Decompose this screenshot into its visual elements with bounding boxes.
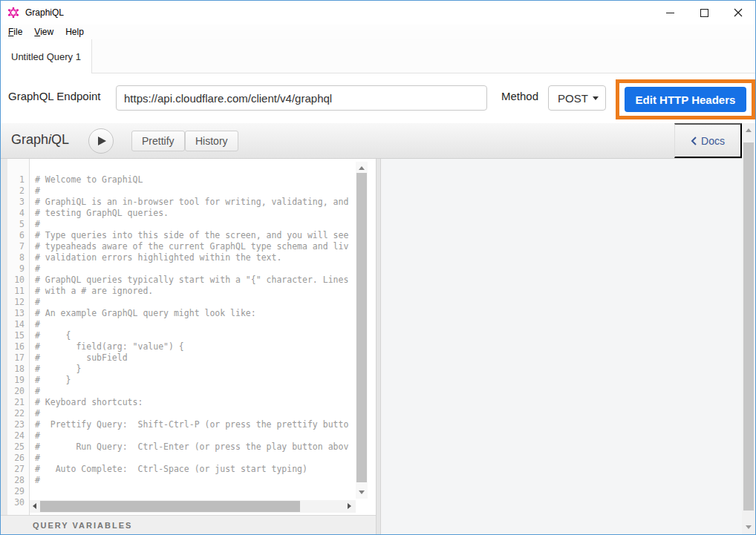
editor-line[interactable]: # <box>35 453 356 464</box>
editor-line[interactable]: # <box>35 408 356 419</box>
line-number: 2 <box>7 186 29 197</box>
pane-divider[interactable] <box>376 159 381 534</box>
line-number: 21 <box>7 397 29 408</box>
editor-line[interactable]: # <box>35 475 356 486</box>
line-number: 17 <box>7 352 29 364</box>
editor-gutter: 1234567891011121314151617181920212223242… <box>7 159 30 515</box>
editor-line[interactable]: # typeaheads aware of the current GraphQ… <box>35 241 356 252</box>
editor-line[interactable]: # subField <box>35 352 356 364</box>
editor-code[interactable]: # Welcome to GraphiQL## GraphiQL is an i… <box>30 159 356 515</box>
method-label: Method <box>501 90 538 102</box>
line-number: 20 <box>7 386 29 397</box>
editor-hscroll-thumb[interactable] <box>40 501 300 512</box>
highlight-annotation-box: Edit HTTP Headers <box>616 79 755 119</box>
line-number: 26 <box>7 453 29 464</box>
editor-left-margin <box>1 159 7 515</box>
scroll-right-icon[interactable] <box>348 503 351 509</box>
editor-line[interactable]: # GraphQL queries typically start with a… <box>35 275 356 286</box>
editor-line[interactable] <box>35 486 356 497</box>
line-number: 11 <box>7 286 29 297</box>
query-variables-bar[interactable]: QUERY VARIABLES <box>1 515 376 534</box>
editor-line[interactable]: # Welcome to GraphiQL <box>35 174 356 186</box>
title-bar: GraphiQL <box>1 1 755 24</box>
scroll-down-icon[interactable] <box>359 490 365 494</box>
editor-line[interactable]: # validation errors highlighted within t… <box>35 252 356 263</box>
editor-line[interactable]: # <box>35 219 356 230</box>
editor-horizontal-scrollbar[interactable] <box>30 500 356 513</box>
editor-line[interactable]: # Type queries into this side of the scr… <box>35 230 356 241</box>
editor-line[interactable]: # <box>35 297 356 308</box>
editor-line[interactable]: # { <box>35 330 356 341</box>
method-select[interactable]: POST <box>548 85 606 111</box>
line-number: 18 <box>7 364 29 375</box>
line-number: 14 <box>7 319 29 330</box>
tab-label: Untitled Query 1 <box>11 51 81 62</box>
caret-down-icon <box>593 96 599 100</box>
page-scroll-up-icon[interactable] <box>746 128 752 132</box>
line-number: 28 <box>7 475 29 486</box>
page-vertical-scrollbar[interactable] <box>742 123 755 534</box>
scroll-up-icon[interactable] <box>359 166 365 170</box>
scroll-left-icon[interactable] <box>33 503 36 509</box>
menu-view[interactable]: View <box>28 27 59 37</box>
line-number: 24 <box>7 430 29 442</box>
editor-line[interactable]: # field(arg: "value") { <box>35 341 356 352</box>
line-number: 22 <box>7 408 29 419</box>
editor-line[interactable]: # <box>35 386 356 397</box>
line-number: 13 <box>7 308 29 319</box>
editor-vertical-scrollbar[interactable] <box>356 162 368 499</box>
query-variables-title: QUERY VARIABLES <box>33 521 132 530</box>
edit-http-headers-button[interactable]: Edit HTTP Headers <box>625 87 746 112</box>
tab-strip: Untitled Query 1 <box>1 39 755 73</box>
line-number: 8 <box>7 252 29 263</box>
editor-line[interactable]: # testing GraphQL queries. <box>35 208 356 219</box>
panes: 1234567891011121314151617181920212223242… <box>1 159 742 534</box>
result-pane <box>381 159 742 534</box>
history-button[interactable]: History <box>185 131 238 151</box>
menu-file[interactable]: File <box>2 27 28 37</box>
menu-view-rest: iew <box>40 27 53 37</box>
prettify-button[interactable]: Prettify <box>131 131 185 151</box>
tab-untitled-query[interactable]: Untitled Query 1 <box>1 39 92 73</box>
editor-line[interactable]: # Run Query: Ctrl-Enter (or press the pl… <box>35 442 356 453</box>
docs-button[interactable]: Docs <box>674 123 742 158</box>
editor-vscroll-thumb[interactable] <box>356 173 367 482</box>
window-controls <box>653 1 755 24</box>
graphiql-toolbar: GraphiQL Prettify History Docs <box>1 123 742 159</box>
editor-line[interactable]: # } <box>35 375 356 386</box>
editor-line[interactable]: # Keyboard shortcuts: <box>35 397 356 408</box>
editor-line[interactable]: # An example GraphQL query might look li… <box>35 308 356 319</box>
window-title: GraphiQL <box>25 7 64 18</box>
page-scroll-down-icon[interactable] <box>746 525 752 529</box>
execute-query-button[interactable] <box>88 128 114 154</box>
graphiql-webview: GraphiQL Prettify History Docs 123456789… <box>1 123 755 534</box>
query-editor[interactable]: 1234567891011121314151617181920212223242… <box>1 159 376 515</box>
menu-help[interactable]: Help <box>59 27 90 37</box>
docs-label: Docs <box>701 135 725 147</box>
graphiql-wordmark: GraphiQL <box>11 132 69 148</box>
line-number: 29 <box>7 486 29 497</box>
editor-line[interactable]: # <box>35 263 356 275</box>
editor-line[interactable]: # with a # are ignored. <box>35 286 356 297</box>
line-number: 19 <box>7 375 29 386</box>
play-icon <box>98 137 106 145</box>
editor-line[interactable]: # <box>35 319 356 330</box>
menu-help-label: Help <box>65 27 84 37</box>
maximize-button[interactable] <box>687 1 721 24</box>
line-number: 3 <box>7 197 29 208</box>
editor-line[interactable]: # <box>35 430 356 442</box>
editor-line[interactable]: # GraphiQL is an in-browser tool for wri… <box>35 197 356 208</box>
line-number: 7 <box>7 241 29 252</box>
line-number: 10 <box>7 275 29 286</box>
editor-line[interactable]: # } <box>35 364 356 375</box>
editor-line[interactable]: # Auto Complete: Ctrl-Space (or just sta… <box>35 464 356 475</box>
endpoint-label: GraphQL Endpoint <box>8 90 101 102</box>
endpoint-input[interactable] <box>116 85 487 111</box>
editor-line[interactable]: # Prettify Query: Shift-Ctrl-P (or press… <box>35 419 356 430</box>
method-value: POST <box>558 92 588 105</box>
editor-line[interactable]: # <box>35 186 356 197</box>
minimize-button[interactable] <box>653 1 687 24</box>
close-button[interactable] <box>721 1 755 24</box>
page-vscroll-thumb[interactable] <box>743 142 754 511</box>
menu-file-rest: ile <box>13 27 22 37</box>
